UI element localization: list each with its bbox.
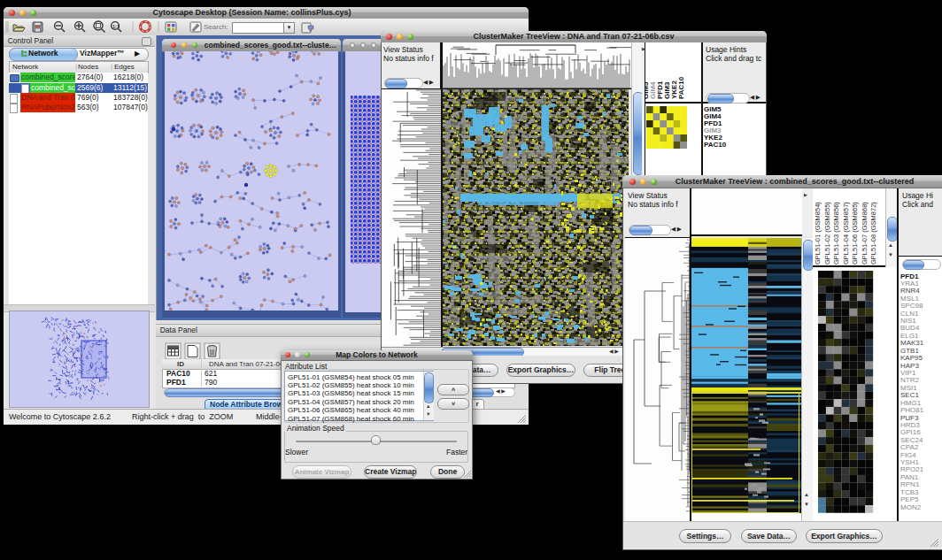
svg-text:GPL51-01 (GSM854): GPL51-01 (GSM854) [814,202,822,265]
svg-text:GPL51-06 (GSM865): GPL51-06 (GSM865) [851,202,859,265]
svg-text:Search:: Search: [204,23,228,31]
svg-text:GPL51-03 (GSM856): GPL51-03 (GSM856) [832,202,840,265]
svg-text:GPL51-02 (GSM855): GPL51-02 (GSM855) [823,202,831,265]
svg-text:GPL51-07 (GSM868): GPL51-07 (GSM868) [861,202,869,265]
svg-text:1:1: 1:1 [112,24,120,29]
svg-text:PAC10: PAC10 [677,76,685,99]
svg-text:GPL51-04 (GSM857): GPL51-04 (GSM857) [842,202,850,265]
svg-text:GPL51-08 (GSM872): GPL51-08 (GSM872) [869,202,877,265]
